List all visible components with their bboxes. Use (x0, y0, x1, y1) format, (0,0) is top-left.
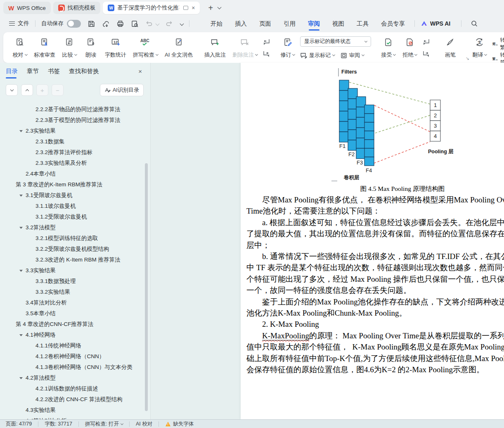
sidebar-close-icon[interactable]: × (138, 68, 142, 75)
toc-item[interactable]: 第 3 章改进的K-Item RBM推荐算法 (0, 179, 145, 190)
toc-item[interactable]: 2.3.1数据集 (0, 136, 145, 147)
file-menu-button[interactable]: 文件 (9, 20, 29, 27)
sidebar-tab-书签[interactable]: 书签 (48, 67, 60, 78)
toc-item[interactable]: 3.2.2受限玻尔兹曼机模型结构 (0, 244, 145, 254)
toc-item[interactable]: 2.2.3基于模型的协同过滤推荐算法 (0, 115, 145, 126)
open-in-window-icon[interactable] (183, 6, 188, 10)
ai-polish-button[interactable]: AI 全文润色 (162, 35, 195, 61)
missing-font-warning[interactable]: ! 缺失字体 (165, 421, 194, 428)
spellcheck-status[interactable]: 拼写检查: 打开 (85, 421, 123, 428)
toc-item[interactable]: 3.2.3改进的 K-Item RBM 推荐算法 (0, 254, 145, 265)
print-preview-icon[interactable] (131, 20, 139, 28)
menu-tab-引用[interactable]: 引用 (284, 16, 296, 31)
toc-item[interactable]: 4.1神经网络 (0, 330, 145, 340)
menu-tab-审阅[interactable]: 审阅 (308, 16, 320, 31)
menu-tab-视图[interactable]: 视图 (332, 16, 344, 31)
menu-tab-插入[interactable]: 插入 (235, 16, 247, 31)
toc-item[interactable]: 4.4算法对比分析 (0, 416, 145, 419)
sidebar-scrollbar[interactable] (145, 163, 148, 411)
previous-change-icon[interactable] (422, 37, 430, 46)
export-pdf-icon[interactable] (102, 20, 110, 28)
menu-tab-开始[interactable]: 开始 (211, 16, 222, 31)
collapse-triangle-icon[interactable] (19, 270, 23, 272)
toc-zoom-in-button[interactable]: + (36, 84, 48, 96)
undo-chevron-icon[interactable] (156, 21, 160, 26)
collapse-triangle-icon[interactable] (19, 130, 23, 132)
sidebar-tab-目录[interactable]: 目录 (6, 67, 18, 78)
save-icon[interactable] (88, 20, 95, 28)
menu-tab-会员专享[interactable]: 会员专享 (381, 16, 405, 31)
tab-docer-templates[interactable]: 找稻壳模板 (53, 2, 101, 14)
next-change-icon[interactable] (422, 49, 430, 58)
search-icon[interactable] (471, 20, 478, 27)
tab-wps-office[interactable]: W WPS Office (3, 2, 51, 14)
toc-item[interactable]: 4.1.3卷积神经网络（CNN）与文本分类 (0, 362, 145, 373)
proofread-button[interactable]: 校对 (10, 35, 30, 61)
undo-icon[interactable] (145, 20, 153, 27)
toc-collapse-button[interactable] (21, 84, 33, 96)
compare-button[interactable]: 比较 (59, 35, 79, 61)
draw-pen-button[interactable]: 画笔 (438, 35, 463, 61)
new-tab-button[interactable]: + (206, 3, 215, 13)
translate-button[interactable]: 文 翻译 (470, 35, 490, 61)
toc-zoom-out-button[interactable]: − (52, 84, 64, 96)
tab-current-document[interactable]: W 基于深度学习的个性化推荐算 × (103, 2, 200, 14)
collapse-triangle-icon[interactable] (19, 334, 23, 336)
ribbon-expand-icon[interactable]: ↘ (466, 56, 469, 61)
delete-comment-button[interactable]: 删除批注 (230, 35, 260, 61)
collapse-triangle-icon[interactable] (19, 195, 23, 197)
toc-item[interactable]: 3.3.2实验结果 (0, 287, 145, 297)
redo-icon[interactable] (166, 20, 173, 27)
toc-item[interactable]: 3.1.2受限玻尔兹曼机 (0, 212, 145, 222)
toc-expand-button[interactable] (6, 84, 18, 96)
read-aloud-button[interactable]: 朗读 (81, 35, 101, 61)
word-count-indicator[interactable]: 字数: 37717 (45, 421, 72, 428)
print-icon[interactable] (116, 20, 124, 28)
toc-item[interactable]: 4.3实验结果 (0, 405, 145, 416)
page-indicator[interactable]: 页面: 47/79 (6, 421, 32, 428)
track-changes-button[interactable]: 修订 (278, 35, 298, 61)
standard-review-button[interactable]: 标准审查 (31, 35, 58, 61)
to-traditional-button[interactable]: 简 转繁 (492, 36, 504, 51)
toc-item[interactable]: 4.1.1传统神经网络 (0, 340, 145, 351)
toc-item[interactable]: 3.3实验结果 (0, 265, 145, 276)
menu-tab-工具[interactable]: 工具 (357, 16, 369, 31)
show-markup-button[interactable]: 显示标记 (300, 52, 335, 59)
toc-item[interactable]: 2.4本章小结 (0, 169, 145, 179)
mark-state-dropdown[interactable]: 显示标记的最终状态 (300, 36, 371, 47)
toc-item[interactable]: 3.1.1玻尔兹曼机 (0, 201, 145, 212)
collapse-triangle-icon[interactable] (19, 227, 23, 229)
toc-item[interactable]: 3.4算法对比分析 (0, 297, 145, 308)
collapse-triangle-icon[interactable] (19, 377, 23, 379)
ai-proofread-status[interactable]: AI 校对 (136, 421, 152, 428)
toc-item[interactable]: 4.2.2改进的 CNN-CF 算法模型结构 (0, 394, 145, 405)
word-count-button[interactable]: 12 字数统计 (102, 35, 129, 61)
previous-comment-icon[interactable] (263, 37, 270, 46)
toc-item[interactable]: 3.1受限玻尔兹曼机 (0, 190, 145, 201)
close-tab-icon[interactable]: × (192, 5, 195, 11)
reject-changes-button[interactable]: 拒绝 (400, 35, 420, 61)
toc-item[interactable]: 3.5本章小结 (0, 308, 145, 319)
accept-changes-button[interactable]: 接受 (379, 35, 398, 61)
toc-item[interactable]: 第 4 章改进的CNN-CF推荐算法 (0, 319, 145, 330)
review-pane-button[interactable]: 审阅 (341, 52, 364, 59)
wps-ai-button[interactable]: WPS AI (421, 20, 450, 27)
toc-item[interactable]: 2.3.2推荐算法评价指标 (0, 147, 145, 158)
toc-item[interactable]: 4.1.2卷积神经网络（CNN） (0, 351, 145, 362)
toc-item[interactable]: 2.3.3实验结果及分析 (0, 158, 145, 169)
spell-check-button[interactable]: ABC 拼写检查 (130, 35, 161, 61)
autosave-toggle[interactable] (67, 20, 81, 28)
next-comment-icon[interactable] (263, 49, 270, 58)
document-page[interactable]: Filters (241, 63, 504, 419)
sidebar-tab-查找和替换[interactable]: 查找和替换 (69, 67, 99, 78)
sidebar-tab-章节[interactable]: 章节 (27, 67, 39, 78)
toc-item[interactable]: 2.2.2基于物品的协同过滤推荐算法 (0, 104, 145, 115)
menu-tab-页面[interactable]: 页面 (259, 16, 271, 31)
toc-item[interactable]: 3.2.1模型训练特征的选取 (0, 233, 145, 244)
toc-item[interactable]: 2.3实验结果 (0, 126, 145, 136)
insert-comment-button[interactable]: 插入批注 (202, 35, 228, 61)
ai-recognize-toc-button[interactable]: AI识别目录 (100, 84, 144, 96)
toc-item[interactable]: 3.3.1数据预处理 (0, 276, 145, 287)
toc-item[interactable]: 4.2.1训练数据的特征描述 (0, 383, 145, 394)
tab-list-chevron-icon[interactable] (218, 5, 222, 10)
